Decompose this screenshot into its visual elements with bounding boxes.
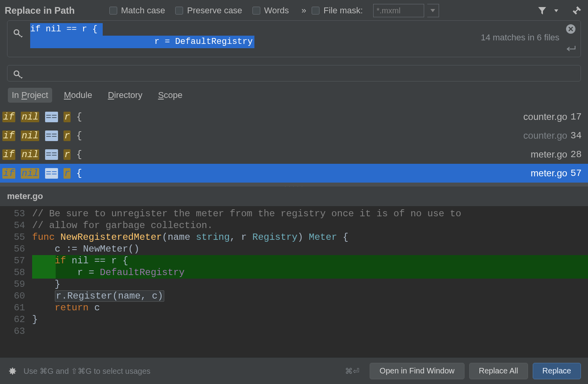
open-in-find-window-button[interactable]: Open in Find Window [370,363,464,379]
words-checkbox[interactable]: Words [252,5,289,16]
footer-bar: Use ⌘G and ⇧⌘G to select usages ⌘⏎ Open … [0,357,588,384]
match-case-label: Match case [121,5,165,16]
preserve-case-label: Preserve case [187,5,242,16]
preview-filename: meter.go [0,187,588,206]
file-mask-dropdown[interactable] [427,4,439,17]
tab-in-project[interactable]: In Project [8,88,52,103]
result-row[interactable]: if nil == r { counter.go34 [0,126,588,145]
footer-hint: Use ⌘G and ⇧⌘G to select usages [24,366,151,376]
result-list: if nil == r { counter.go17 if nil == r {… [0,107,588,183]
replace-all-button[interactable]: Replace All [469,363,528,379]
top-toolbar: Replace in Path Match case Preserve case… [0,0,588,20]
svg-line-1 [18,34,20,36]
code-body: // Be sure to unregister the meter from … [32,206,588,357]
result-row[interactable]: if nil == r { counter.go17 [0,107,588,126]
tab-module[interactable]: Module [60,88,96,103]
dialog-title: Replace in Path [5,5,75,16]
filter-icon[interactable] [535,4,549,17]
checkbox-icon [109,7,117,14]
result-row[interactable]: if nil == r { meter.go57 [0,164,588,183]
preserve-case-checkbox[interactable]: Preserve case [175,5,242,16]
tab-scope[interactable]: Scope [154,88,186,103]
checkbox-icon [252,7,260,14]
pin-icon[interactable] [570,4,583,17]
file-mask-checkbox[interactable]: File mask: [312,5,363,16]
file-mask-value: *.mxml [377,6,401,15]
search-input[interactable]: if nil == r { r = DefaultRegistry 14 mat… [7,20,581,57]
scope-tabs: In Project Module Directory Scope [0,82,588,107]
enter-hint-icon [566,44,576,54]
resize-handle[interactable]: . . . . . [0,183,588,187]
replace-input[interactable] [7,65,581,82]
preview-pane: meter.go 53 54 55 56 57 58 59 60 61 62 6… [0,187,588,357]
gutter: 53 54 55 56 57 58 59 60 61 62 63 [0,206,32,357]
result-row[interactable]: if nil == r { meter.go28 [0,145,588,164]
filter-dropdown-icon[interactable] [550,4,563,17]
search-history-icon[interactable] [11,25,25,41]
checkbox-icon [312,7,319,14]
more-options-icon[interactable]: » [301,5,306,16]
replace-button[interactable]: Replace [533,363,581,379]
clear-search-icon[interactable] [566,24,576,34]
shortcut-hint: ⌘⏎ [345,366,359,376]
match-case-checkbox[interactable]: Match case [109,5,165,16]
svg-line-4 [18,75,20,77]
search-query-text: if nil == r { r = DefaultRegistry [30,23,254,48]
words-label: Words [264,5,289,16]
checkbox-icon [175,7,183,14]
match-count: 14 matches in 6 files [481,33,559,43]
replace-history-icon[interactable] [11,67,25,82]
code-editor[interactable]: 53 54 55 56 57 58 59 60 61 62 63 // Be s… [0,206,588,357]
tab-directory[interactable]: Directory [104,88,146,103]
gear-icon[interactable] [7,366,17,376]
file-mask-input[interactable]: *.mxml [373,4,424,17]
file-mask-label: File mask: [323,5,363,16]
